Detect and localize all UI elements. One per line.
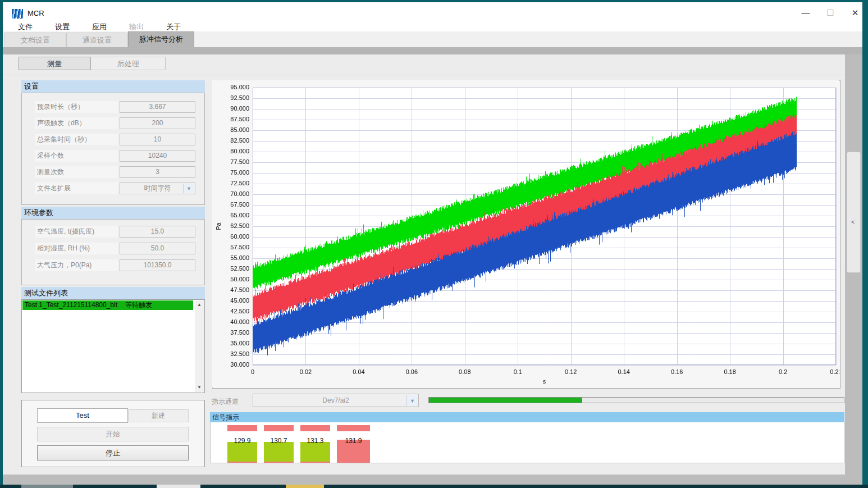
signal-peak-bar xyxy=(337,425,370,431)
window-bottom-border xyxy=(3,475,862,485)
test-file-list[interactable] xyxy=(21,299,205,393)
signal-box xyxy=(300,442,330,463)
menu-settings[interactable]: 设置 xyxy=(48,22,77,32)
signal-indicator: 129.9 xyxy=(227,425,257,463)
file-list-header: 测试文件列表 xyxy=(21,287,205,299)
test-name-input[interactable]: Test xyxy=(37,408,128,423)
signal-value: 131.3 xyxy=(297,437,334,445)
indicator-channel-value: Dev7/ai2 xyxy=(322,396,349,404)
desktop-taskbar-sliver xyxy=(0,485,868,488)
minimize-button[interactable]: — xyxy=(793,4,818,21)
filename-extension-label: 文件名扩展 xyxy=(35,183,118,194)
prerecord-duration-label: 预录时长（秒） xyxy=(35,101,118,113)
signal-value: 131.9 xyxy=(334,437,373,445)
file-list-scrollbar[interactable]: ▲ ▼ xyxy=(195,300,204,392)
window-title: MCR xyxy=(28,9,44,17)
progress-fill xyxy=(429,398,582,403)
atmospheric-pressure-field[interactable]: 101350.0 xyxy=(120,259,195,271)
signal-indication-header: 信号指示 xyxy=(210,412,844,422)
filename-extension-value: 时间字符 xyxy=(144,184,171,192)
taskbar-icon xyxy=(21,485,73,488)
signal-value: 130.7 xyxy=(261,437,297,445)
settings-group-header: 设置 xyxy=(21,80,205,93)
app-logo-icon xyxy=(12,9,23,19)
total-acquisition-time-field[interactable]: 10 xyxy=(120,134,195,145)
air-temperature-label: 空气温度, t(摄氏度) xyxy=(35,226,118,238)
air-temperature-field[interactable]: 15.0 xyxy=(120,226,195,238)
content-divider xyxy=(3,75,845,75)
prerecord-duration-field[interactable]: 3.667 xyxy=(120,101,195,113)
menu-file[interactable]: 文件 xyxy=(11,22,40,32)
menu-bar: 文件 设置 应用 输出 关于 xyxy=(3,21,862,32)
tab-document-settings[interactable]: 文档设置 xyxy=(4,33,66,47)
signal-indicator: 131.9 xyxy=(337,425,370,463)
signal-indicator: 131.3 xyxy=(300,425,330,463)
stop-button[interactable]: 停止 xyxy=(37,445,189,460)
signal-peak-bar xyxy=(300,425,330,431)
sound-level-trigger-field[interactable]: 200 xyxy=(120,117,195,129)
signal-value: 129.9 xyxy=(224,437,261,445)
menu-apply[interactable]: 应用 xyxy=(85,22,114,32)
chevron-down-icon[interactable]: ▼ xyxy=(406,395,418,406)
signal-chart-canvas xyxy=(212,80,839,387)
list-item[interactable]: Test 1_Test_211215114800_blt等待触发 xyxy=(22,300,193,310)
close-button[interactable]: ✕ xyxy=(843,4,867,21)
active-tab-band xyxy=(3,47,862,54)
relative-humidity-label: 相对湿度, RH (%) xyxy=(35,243,118,254)
measurement-count-label: 测量次数 xyxy=(35,166,118,178)
tab-channel-settings[interactable]: 通道设置 xyxy=(66,33,128,47)
indicator-channel-label: 指示通道 xyxy=(212,397,239,407)
signal-peak-bar xyxy=(227,425,257,431)
measure-button[interactable]: 测量 xyxy=(19,57,90,70)
scroll-up-icon[interactable]: ▲ xyxy=(195,300,204,309)
title-bar: MCR — ☐ ✕ xyxy=(3,2,862,21)
atmospheric-pressure-label: 大气压力，P0(Pa) xyxy=(35,259,118,271)
tab-pulse-signal-analysis[interactable]: 脉冲信号分析 xyxy=(128,31,194,47)
signal-peak-bar xyxy=(264,425,294,431)
file-status: 等待触发 xyxy=(125,301,152,309)
new-button: 新建 xyxy=(128,409,189,422)
panel-collapse-handle[interactable]: < xyxy=(847,152,861,273)
signal-box xyxy=(264,442,294,463)
sample-count-field[interactable]: 10240 xyxy=(120,150,195,162)
sound-level-trigger-label: 声级触发（dB） xyxy=(35,117,118,129)
chevron-down-icon[interactable]: ▼ xyxy=(183,184,194,193)
measurement-count-field[interactable]: 3 xyxy=(120,166,195,178)
filename-extension-dropdown[interactable]: 时间字符 ▼ xyxy=(120,183,195,194)
environment-group-header: 环境参数 xyxy=(21,207,205,219)
start-button: 开始 xyxy=(37,427,189,441)
collapse-arrow-icon: < xyxy=(851,218,855,225)
menu-about[interactable]: 关于 xyxy=(159,22,188,32)
taskbar-icon xyxy=(286,485,324,488)
sample-count-label: 采样个数 xyxy=(35,150,118,162)
relative-humidity-field[interactable]: 50.0 xyxy=(120,243,195,254)
taskbar-icon xyxy=(157,485,200,488)
total-acquisition-time-label: 总采集时间（秒） xyxy=(35,134,118,145)
file-name: Test 1_Test_211215114800_blt xyxy=(25,301,117,309)
signal-box xyxy=(227,442,257,463)
signal-indicator: 130.7 xyxy=(264,425,294,463)
scroll-down-icon[interactable]: ▼ xyxy=(195,383,204,392)
indicator-channel-dropdown[interactable]: Dev7/ai2 ▼ xyxy=(253,394,419,407)
acquisition-progress-bar xyxy=(428,397,844,403)
menu-output: 输出 xyxy=(122,22,151,32)
maximize-button: ☐ xyxy=(818,4,843,21)
post-process-button[interactable]: 后处理 xyxy=(90,57,166,70)
